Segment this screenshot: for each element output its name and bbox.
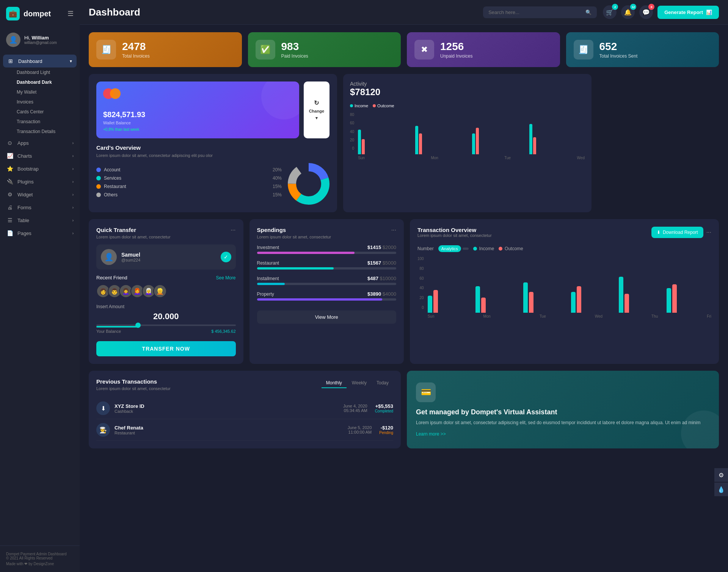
person-handle: @sum224: [121, 258, 140, 262]
tx-name-2: Chef Renata: [115, 425, 143, 431]
generate-report-label: Generate Report: [664, 9, 703, 15]
transfer-now-button[interactable]: TRANSFER NOW: [96, 341, 236, 356]
chevron-right-icon2: ›: [72, 154, 74, 158]
va-decoration: [681, 411, 719, 448]
chevron-right-icon7: ›: [72, 218, 74, 223]
friends-avatars: 👩 👨 👩‍🦱 👩‍🦰 👩‍🦳 👱: [96, 284, 236, 298]
paid-invoices-label: Paid Invoices: [281, 53, 308, 59]
tab-weekly[interactable]: Weekly: [347, 378, 371, 388]
sidebar-item-charts[interactable]: 📈 Charts ›: [0, 149, 80, 162]
sidebar-item-bootstrap[interactable]: ⭐ Bootstrap ›: [0, 162, 80, 175]
outcome-dot: [373, 104, 376, 107]
spending-restaurant: Restaurant $1567 $5000: [257, 260, 397, 270]
va-learn-more-link[interactable]: Learn more >>: [416, 431, 710, 437]
cards-overview-title: Card's Overview: [96, 144, 329, 151]
stat-card-unpaid-invoices: ✖ 1256 Unpaid Invoices: [407, 32, 560, 67]
overview-content: Card's Overview Lorem ipsum dolor sit am…: [96, 144, 329, 205]
refresh-icon: ↻: [314, 99, 319, 107]
sub-transaction-details[interactable]: Transaction Details: [11, 127, 80, 136]
sub-dashboard-dark[interactable]: Dashboard Dark: [11, 77, 80, 87]
to-bar-fri: [667, 284, 711, 313]
hamburger-menu[interactable]: ☰: [67, 9, 74, 18]
check-icon: ✓: [221, 252, 231, 262]
spending-property: Property $3890 $4000: [257, 291, 397, 301]
download-report-button[interactable]: ⬇ Download Report: [651, 227, 703, 238]
sub-dashboard-light[interactable]: Dashboard Light: [11, 67, 80, 77]
sub-invoices[interactable]: Invoices: [11, 97, 80, 107]
quick-transfer-sub: Lorem ipsum dolor sit amet, consectetur: [96, 235, 171, 239]
user-email: william@gmail.com: [24, 41, 57, 45]
logo-icon: 💼: [6, 7, 20, 20]
total-invoices-value: 2478: [122, 41, 150, 53]
bell-badge: 12: [630, 4, 636, 10]
chevron-right-icon8: ›: [72, 231, 74, 235]
spendings-title: Spendings: [257, 227, 331, 233]
water-drop-side-button[interactable]: 💧: [714, 483, 728, 496]
svg-point-4: [297, 172, 320, 196]
to-title: Transaction Overview: [417, 227, 492, 233]
see-more-link[interactable]: See More: [216, 275, 235, 281]
prev-transactions-panel: Previous Transactions Lorem ipsum dolor …: [89, 371, 401, 448]
stats-row: 🧾 2478 Total Invoices ✅ 983 Paid Invoice…: [89, 32, 719, 67]
mon-income-bar: [415, 126, 418, 154]
wed-income-bar: [529, 124, 532, 154]
sub-cards-center[interactable]: Cards Center: [11, 107, 80, 117]
sidebar-item-apps[interactable]: ⊙ Apps ›: [0, 136, 80, 149]
total-sent-icon: 🧾: [574, 40, 593, 60]
tue-outcome-bar: [476, 128, 479, 154]
avatar: 👤: [6, 33, 20, 47]
sub-my-wallet[interactable]: My Wallet: [11, 87, 80, 97]
to-sub: Lorem ipsum dolor sit amet, consectetur: [417, 233, 492, 238]
to-menu[interactable]: ···: [706, 229, 711, 236]
analytics-toggle-off[interactable]: [463, 248, 469, 250]
sidebar-item-dashboard[interactable]: ⊞ Dashboard ▼: [3, 55, 77, 67]
tx-amount-1: +$5,553: [375, 403, 393, 409]
sidebar-item-plugins[interactable]: 🔌 Plugins ›: [0, 175, 80, 188]
wallet-card-section: $824,571.93 Wallet Balance +0,8% than la…: [96, 81, 329, 138]
wed-outcome-bar: [533, 137, 536, 154]
sidebar-item-pages[interactable]: 📄 Pages ›: [0, 227, 80, 240]
services-pct: 40%: [273, 176, 282, 181]
amount-slider[interactable]: [96, 324, 236, 328]
spendings-menu[interactable]: ···: [391, 227, 396, 234]
tab-today[interactable]: Today: [372, 378, 393, 388]
mon-outcome-bar: [419, 133, 422, 154]
analytics-toggle-on[interactable]: Analytics: [438, 245, 461, 252]
notification-button[interactable]: 🔔 12: [621, 5, 635, 19]
quick-transfer-menu[interactable]: ···: [231, 227, 235, 234]
sub-transaction[interactable]: Transaction: [11, 117, 80, 127]
bar-group-tue: [472, 128, 527, 154]
installment-progress: [257, 283, 397, 285]
dashboard-icon: ⊞: [7, 58, 14, 64]
total-sent-value: 652: [599, 41, 638, 53]
tab-monthly[interactable]: Monthly: [322, 378, 347, 388]
chevron-right-icon5: ›: [72, 193, 74, 197]
wallet-change: +0,8% than last week: [103, 127, 292, 132]
generate-report-button[interactable]: Generate Report 📊: [657, 6, 719, 19]
sidebar-item-table[interactable]: ☰ Table ›: [0, 214, 80, 227]
quick-transfer-title: Quick Transfer: [96, 227, 171, 233]
analytics-toggle[interactable]: Analytics: [438, 245, 469, 252]
your-balance-label: Your Balance: [96, 329, 121, 334]
legend-others: Others 15%: [96, 192, 282, 197]
sidebar-item-forms[interactable]: 🖨 Forms ›: [0, 201, 80, 214]
bar-group-sun: [358, 130, 413, 154]
cart-button[interactable]: 🛒 2: [603, 5, 617, 19]
change-button[interactable]: ↻ Change ▾: [304, 81, 329, 138]
unpaid-invoices-label: Unpaid Invoices: [440, 53, 472, 59]
services-dot: [96, 176, 101, 180]
sidebar-item-widget[interactable]: ⚙ Widget ›: [0, 188, 80, 201]
chevron-right-icon4: ›: [72, 180, 74, 184]
your-balance-value: $ 456,345.62: [211, 329, 235, 334]
tx-icon-2: 👨‍🍳: [96, 423, 110, 437]
messages-button[interactable]: 💬 8: [639, 5, 653, 19]
paid-invoices-value: 983: [281, 41, 308, 53]
view-more-button[interactable]: View More: [257, 310, 397, 324]
settings-side-button[interactable]: ⚙: [714, 468, 728, 482]
side-floating-buttons: ⚙ 💧: [714, 468, 728, 496]
search-input[interactable]: [488, 9, 582, 15]
widget-icon: ⚙: [6, 191, 14, 197]
to-bar-labels: Sun Mon Tue Wed Thu Fri: [428, 314, 711, 318]
balance-row: Your Balance $ 456,345.62: [96, 329, 236, 334]
account-pct: 20%: [273, 167, 282, 172]
